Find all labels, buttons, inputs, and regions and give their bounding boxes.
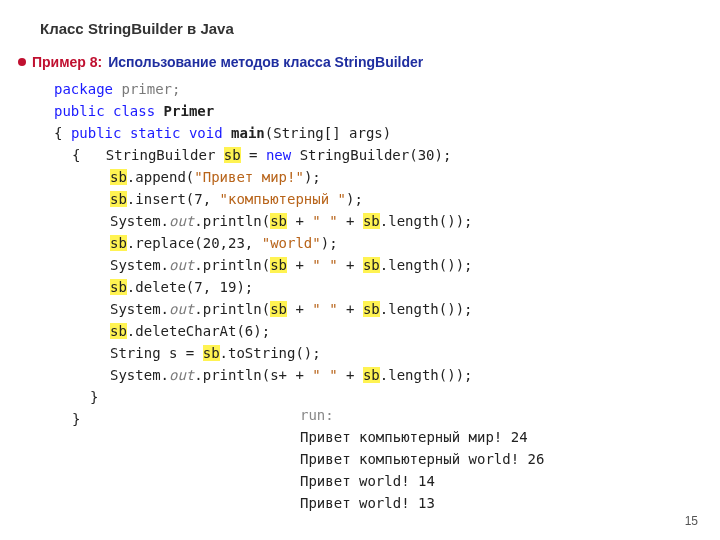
- code-block: package primer; public class Primer { pu…: [54, 78, 473, 430]
- code-line: System.out.println(s+ + " " + sb.length(…: [54, 364, 473, 386]
- code-line: System.out.println(sb + " " + sb.length(…: [54, 298, 473, 320]
- code-line: sb.append("Привет мир!");: [54, 166, 473, 188]
- code-line: sb.delete(7, 19);: [54, 276, 473, 298]
- bullet-icon: [18, 58, 26, 66]
- code-line: sb.deleteCharAt(6);: [54, 320, 473, 342]
- output-block: run: Привет компьютерный мир! 24 Привет …: [300, 404, 544, 514]
- code-line: package primer;: [54, 78, 473, 100]
- example-label: Пример 8:: [32, 54, 102, 70]
- code-line: System.out.println(sb + " " + sb.length(…: [54, 254, 473, 276]
- output-line: Привет компьютерный мир! 24: [300, 426, 544, 448]
- output-line: Привет world! 13: [300, 492, 544, 514]
- subtitle-text: Использование методов класса StringBuild…: [108, 54, 423, 70]
- page-number: 15: [685, 514, 698, 528]
- code-line: { public static void main(String[] args): [54, 122, 473, 144]
- code-line: public class Primer: [54, 100, 473, 122]
- subtitle-line: Пример 8: Использование методов класса S…: [18, 54, 423, 70]
- code-line: sb.insert(7, "компьютерный ");: [54, 188, 473, 210]
- code-line: sb.replace(20,23, "world");: [54, 232, 473, 254]
- output-run-label: run:: [300, 404, 544, 426]
- output-line: Привет компьютерный world! 26: [300, 448, 544, 470]
- code-line: { StringBuilder sb = new StringBuilder(3…: [54, 144, 473, 166]
- code-line: String s = sb.toString();: [54, 342, 473, 364]
- slide-title: Класс StringBuilder в Java: [40, 20, 234, 37]
- output-line: Привет world! 14: [300, 470, 544, 492]
- code-line: System.out.println(sb + " " + sb.length(…: [54, 210, 473, 232]
